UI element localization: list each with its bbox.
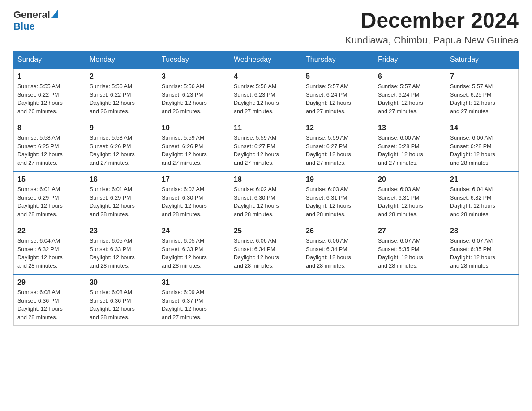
weekday-header-friday: Friday <box>374 51 446 68</box>
title-area: December 2024 Kundiawa, Chimbu, Papua Ne… <box>345 9 519 46</box>
day-info: Sunrise: 5:58 AM Sunset: 6:25 PM Dayligh… <box>17 134 82 167</box>
logo-general-text: General <box>13 9 50 21</box>
calendar-day-cell: 17 Sunrise: 6:02 AM Sunset: 6:30 PM Dayl… <box>158 171 230 223</box>
calendar-day-cell: 26 Sunrise: 6:06 AM Sunset: 6:34 PM Dayl… <box>302 223 374 274</box>
day-info: Sunrise: 6:00 AM Sunset: 6:28 PM Dayligh… <box>450 134 515 167</box>
weekday-header-thursday: Thursday <box>302 51 374 68</box>
day-number: 8 <box>17 124 82 132</box>
location-subtitle: Kundiawa, Chimbu, Papua New Guinea <box>345 34 519 46</box>
day-number: 19 <box>306 176 370 184</box>
day-info: Sunrise: 5:55 AM Sunset: 6:22 PM Dayligh… <box>17 82 82 116</box>
day-number: 31 <box>162 278 226 287</box>
calendar-day-cell <box>446 274 519 326</box>
calendar-day-cell: 31 Sunrise: 6:09 AM Sunset: 6:37 PM Dayl… <box>158 274 230 326</box>
day-info: Sunrise: 6:04 AM Sunset: 6:32 PM Dayligh… <box>17 237 82 270</box>
day-number: 18 <box>234 176 298 184</box>
day-info: Sunrise: 6:04 AM Sunset: 6:32 PM Dayligh… <box>450 185 515 219</box>
logo: General Blue <box>13 9 58 32</box>
calendar-day-cell <box>302 274 374 326</box>
calendar-day-cell: 13 Sunrise: 6:00 AM Sunset: 6:28 PM Dayl… <box>374 120 446 171</box>
calendar-day-cell: 2 Sunrise: 5:56 AM Sunset: 6:22 PM Dayli… <box>86 68 158 120</box>
day-number: 10 <box>162 124 226 132</box>
day-info: Sunrise: 6:07 AM Sunset: 6:35 PM Dayligh… <box>378 237 442 270</box>
calendar-day-cell: 7 Sunrise: 5:57 AM Sunset: 6:25 PM Dayli… <box>446 68 519 120</box>
calendar-day-cell: 8 Sunrise: 5:58 AM Sunset: 6:25 PM Dayli… <box>14 120 86 171</box>
calendar-day-cell <box>374 274 446 326</box>
logo-blue-text: Blue <box>13 21 35 32</box>
calendar-day-cell: 12 Sunrise: 5:59 AM Sunset: 6:27 PM Dayl… <box>302 120 374 171</box>
day-info: Sunrise: 5:56 AM Sunset: 6:22 PM Dayligh… <box>90 82 154 116</box>
calendar-day-cell: 11 Sunrise: 5:59 AM Sunset: 6:27 PM Dayl… <box>230 120 302 171</box>
day-number: 16 <box>90 176 154 184</box>
day-info: Sunrise: 6:08 AM Sunset: 6:36 PM Dayligh… <box>17 288 82 322</box>
day-number: 26 <box>306 227 370 235</box>
day-number: 21 <box>450 176 515 184</box>
day-number: 1 <box>17 73 82 81</box>
calendar-day-cell: 24 Sunrise: 6:05 AM Sunset: 6:33 PM Dayl… <box>158 223 230 274</box>
day-number: 2 <box>90 73 154 81</box>
day-info: Sunrise: 6:05 AM Sunset: 6:33 PM Dayligh… <box>162 237 226 270</box>
day-info: Sunrise: 5:56 AM Sunset: 6:23 PM Dayligh… <box>234 82 298 116</box>
calendar-day-cell: 6 Sunrise: 5:57 AM Sunset: 6:24 PM Dayli… <box>374 68 446 120</box>
day-info: Sunrise: 5:59 AM Sunset: 6:27 PM Dayligh… <box>234 134 298 167</box>
day-info: Sunrise: 6:03 AM Sunset: 6:31 PM Dayligh… <box>378 185 442 219</box>
calendar-day-cell <box>230 274 302 326</box>
day-info: Sunrise: 6:00 AM Sunset: 6:28 PM Dayligh… <box>378 134 442 167</box>
calendar-day-cell: 15 Sunrise: 6:01 AM Sunset: 6:29 PM Dayl… <box>14 171 86 223</box>
day-number: 22 <box>17 227 82 235</box>
day-info: Sunrise: 6:05 AM Sunset: 6:33 PM Dayligh… <box>90 237 154 270</box>
calendar-day-cell: 14 Sunrise: 6:00 AM Sunset: 6:28 PM Dayl… <box>446 120 519 171</box>
month-year-title: December 2024 <box>345 9 519 33</box>
day-info: Sunrise: 6:03 AM Sunset: 6:31 PM Dayligh… <box>306 185 370 219</box>
calendar-day-cell: 3 Sunrise: 5:56 AM Sunset: 6:23 PM Dayli… <box>158 68 230 120</box>
day-info: Sunrise: 5:57 AM Sunset: 6:24 PM Dayligh… <box>378 82 442 116</box>
day-number: 7 <box>450 73 515 81</box>
calendar-day-cell: 19 Sunrise: 6:03 AM Sunset: 6:31 PM Dayl… <box>302 171 374 223</box>
weekday-header-row: SundayMondayTuesdayWednesdayThursdayFrid… <box>14 51 519 68</box>
calendar-day-cell: 22 Sunrise: 6:04 AM Sunset: 6:32 PM Dayl… <box>14 223 86 274</box>
day-number: 13 <box>378 124 442 132</box>
day-number: 12 <box>306 124 370 132</box>
day-number: 14 <box>450 124 515 132</box>
day-info: Sunrise: 5:57 AM Sunset: 6:25 PM Dayligh… <box>450 82 515 116</box>
calendar-day-cell: 20 Sunrise: 6:03 AM Sunset: 6:31 PM Dayl… <box>374 171 446 223</box>
weekday-header-wednesday: Wednesday <box>230 51 302 68</box>
day-info: Sunrise: 5:59 AM Sunset: 6:26 PM Dayligh… <box>162 134 226 167</box>
day-info: Sunrise: 5:57 AM Sunset: 6:24 PM Dayligh… <box>306 82 370 116</box>
page-header: General Blue December 2024 Kundiawa, Chi… <box>13 9 519 46</box>
day-number: 23 <box>90 227 154 235</box>
calendar-day-cell: 16 Sunrise: 6:01 AM Sunset: 6:29 PM Dayl… <box>86 171 158 223</box>
calendar-day-cell: 25 Sunrise: 6:06 AM Sunset: 6:34 PM Dayl… <box>230 223 302 274</box>
calendar-day-cell: 28 Sunrise: 6:07 AM Sunset: 6:35 PM Dayl… <box>446 223 519 274</box>
calendar-day-cell: 5 Sunrise: 5:57 AM Sunset: 6:24 PM Dayli… <box>302 68 374 120</box>
calendar-day-cell: 23 Sunrise: 6:05 AM Sunset: 6:33 PM Dayl… <box>86 223 158 274</box>
day-info: Sunrise: 6:01 AM Sunset: 6:29 PM Dayligh… <box>17 185 82 219</box>
day-info: Sunrise: 5:59 AM Sunset: 6:27 PM Dayligh… <box>306 134 370 167</box>
calendar-day-cell: 4 Sunrise: 5:56 AM Sunset: 6:23 PM Dayli… <box>230 68 302 120</box>
day-info: Sunrise: 6:02 AM Sunset: 6:30 PM Dayligh… <box>234 185 298 219</box>
day-number: 27 <box>378 227 442 235</box>
day-number: 24 <box>162 227 226 235</box>
day-info: Sunrise: 6:08 AM Sunset: 6:36 PM Dayligh… <box>90 288 154 322</box>
calendar-week-row: 15 Sunrise: 6:01 AM Sunset: 6:29 PM Dayl… <box>14 171 519 223</box>
calendar-week-row: 8 Sunrise: 5:58 AM Sunset: 6:25 PM Dayli… <box>14 120 519 171</box>
day-number: 17 <box>162 176 226 184</box>
calendar-day-cell: 29 Sunrise: 6:08 AM Sunset: 6:36 PM Dayl… <box>14 274 86 326</box>
calendar-week-row: 22 Sunrise: 6:04 AM Sunset: 6:32 PM Dayl… <box>14 223 519 274</box>
day-number: 28 <box>450 227 515 235</box>
day-number: 29 <box>17 278 82 287</box>
day-number: 11 <box>234 124 298 132</box>
day-info: Sunrise: 6:01 AM Sunset: 6:29 PM Dayligh… <box>90 185 154 219</box>
day-number: 25 <box>234 227 298 235</box>
day-number: 15 <box>17 176 82 184</box>
calendar-day-cell: 30 Sunrise: 6:08 AM Sunset: 6:36 PM Dayl… <box>86 274 158 326</box>
weekday-header-monday: Monday <box>86 51 158 68</box>
weekday-header-tuesday: Tuesday <box>158 51 230 68</box>
day-number: 3 <box>162 73 226 81</box>
day-info: Sunrise: 6:09 AM Sunset: 6:37 PM Dayligh… <box>162 288 226 322</box>
calendar-day-cell: 1 Sunrise: 5:55 AM Sunset: 6:22 PM Dayli… <box>14 68 86 120</box>
day-info: Sunrise: 5:56 AM Sunset: 6:23 PM Dayligh… <box>162 82 226 116</box>
day-info: Sunrise: 6:07 AM Sunset: 6:35 PM Dayligh… <box>450 237 515 270</box>
day-number: 20 <box>378 176 442 184</box>
calendar-day-cell: 10 Sunrise: 5:59 AM Sunset: 6:26 PM Dayl… <box>158 120 230 171</box>
